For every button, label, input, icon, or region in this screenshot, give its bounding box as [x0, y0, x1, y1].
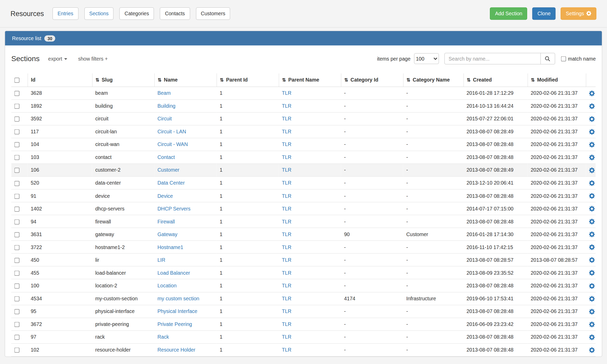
parent-name-link[interactable]: TLR — [282, 193, 292, 199]
parent-name-link[interactable]: TLR — [282, 308, 292, 314]
col-parent-id[interactable]: ⇅Parent Id — [217, 74, 279, 87]
section-name-link[interactable]: Gateway — [158, 231, 178, 237]
row-checkbox[interactable] — [15, 348, 20, 353]
row-gear-icon[interactable] — [589, 231, 595, 237]
export-dropdown[interactable]: export — [48, 56, 67, 62]
section-name-link[interactable]: Resource Holder — [158, 347, 195, 353]
row-checkbox[interactable] — [15, 322, 20, 327]
clone-button[interactable]: Clone — [532, 7, 556, 20]
select-all-checkbox[interactable] — [15, 78, 20, 83]
row-checkbox[interactable] — [15, 129, 20, 135]
row-checkbox[interactable] — [15, 206, 20, 212]
section-name-link[interactable]: Circuit - LAN — [158, 129, 186, 135]
col-parent-name[interactable]: ⇅Parent Name — [279, 74, 341, 87]
section-name-link[interactable]: Customer — [158, 167, 180, 173]
col-name[interactable]: ⇅Name — [154, 74, 217, 87]
section-name-link[interactable]: Circuit - WAN — [158, 141, 188, 147]
row-gear-icon[interactable] — [589, 193, 595, 199]
col-category-name[interactable]: ⇅Category Name — [403, 74, 464, 87]
parent-name-link[interactable]: TLR — [282, 219, 292, 224]
parent-name-link[interactable]: TLR — [282, 103, 292, 109]
section-name-link[interactable]: my custom section — [158, 296, 199, 302]
parent-name-link[interactable]: TLR — [282, 270, 292, 276]
settings-button[interactable]: Settings — [561, 7, 597, 20]
tab-customers[interactable]: Customers — [196, 7, 230, 20]
col-created[interactable]: ⇅Created — [463, 74, 528, 87]
show-filters-link[interactable]: show filters + — [78, 56, 108, 62]
row-checkbox[interactable] — [15, 219, 20, 224]
section-name-link[interactable]: Circuit — [158, 116, 172, 122]
row-checkbox[interactable] — [15, 194, 20, 199]
row-gear-icon[interactable] — [589, 283, 595, 289]
parent-name-link[interactable]: TLR — [282, 347, 292, 353]
section-name-link[interactable]: Beam — [158, 90, 171, 96]
row-gear-icon[interactable] — [589, 296, 595, 302]
row-checkbox[interactable] — [15, 309, 20, 314]
section-name-link[interactable]: DHCP Servers — [158, 206, 191, 212]
row-checkbox[interactable] — [15, 258, 20, 263]
parent-name-link[interactable]: TLR — [282, 244, 292, 250]
row-gear-icon[interactable] — [589, 206, 595, 212]
tab-contacts[interactable]: Contacts — [160, 7, 190, 20]
search-input[interactable] — [444, 53, 541, 64]
row-checkbox[interactable] — [15, 245, 20, 250]
parent-name-link[interactable]: TLR — [282, 180, 292, 186]
parent-name-link[interactable]: TLR — [282, 90, 292, 96]
parent-name-link[interactable]: TLR — [282, 257, 292, 263]
section-name-link[interactable]: Firewall — [158, 219, 175, 224]
row-checkbox[interactable] — [15, 117, 20, 122]
row-checkbox[interactable] — [15, 142, 20, 147]
parent-name-link[interactable]: TLR — [282, 283, 292, 289]
row-gear-icon[interactable] — [589, 309, 595, 315]
section-name-link[interactable]: Data Center — [158, 180, 185, 186]
row-gear-icon[interactable] — [589, 219, 595, 225]
col-category-id[interactable]: ⇅Category Id — [341, 74, 403, 87]
row-checkbox[interactable] — [15, 283, 20, 289]
parent-name-link[interactable]: TLR — [282, 141, 292, 147]
section-name-link[interactable]: Private Peering — [158, 321, 192, 327]
search-button[interactable] — [540, 53, 555, 64]
section-name-link[interactable]: Hostname1 — [158, 244, 183, 250]
parent-name-link[interactable]: TLR — [282, 206, 292, 212]
row-checkbox[interactable] — [15, 168, 20, 173]
parent-name-link[interactable]: TLR — [282, 167, 292, 173]
section-name-link[interactable]: LIR — [158, 257, 165, 263]
parent-name-link[interactable]: TLR — [282, 116, 292, 122]
col-modified[interactable]: ⇅Modified — [528, 74, 586, 87]
row-checkbox[interactable] — [15, 271, 20, 276]
row-gear-icon[interactable] — [589, 167, 595, 173]
section-name-link[interactable]: Contact — [158, 154, 175, 160]
row-checkbox[interactable] — [15, 155, 20, 160]
parent-name-link[interactable]: TLR — [282, 231, 292, 237]
parent-name-link[interactable]: TLR — [282, 321, 292, 327]
row-checkbox[interactable] — [15, 232, 20, 237]
tab-entries[interactable]: Entries — [53, 7, 79, 20]
match-name-checkbox[interactable] — [561, 56, 566, 61]
section-name-link[interactable]: Location — [158, 283, 177, 289]
col-slug[interactable]: ⇅Slug — [92, 74, 154, 87]
row-gear-icon[interactable] — [589, 270, 595, 276]
section-name-link[interactable]: Physical Interface — [158, 308, 197, 314]
row-gear-icon[interactable] — [589, 244, 595, 250]
row-gear-icon[interactable] — [589, 142, 595, 148]
parent-name-link[interactable]: TLR — [282, 129, 292, 135]
tab-sections[interactable]: Sections — [84, 7, 114, 20]
row-gear-icon[interactable] — [589, 90, 595, 96]
row-gear-icon[interactable] — [589, 347, 595, 353]
section-name-link[interactable]: Building — [158, 103, 175, 109]
items-per-page-select[interactable]: 100 — [414, 53, 439, 64]
add-section-button[interactable]: Add Section — [490, 7, 527, 20]
row-gear-icon[interactable] — [589, 103, 595, 109]
parent-name-link[interactable]: TLR — [282, 296, 292, 302]
section-name-link[interactable]: Load Balancer — [158, 270, 190, 276]
row-gear-icon[interactable] — [589, 129, 595, 135]
row-gear-icon[interactable] — [589, 334, 595, 340]
row-checkbox[interactable] — [15, 181, 20, 186]
tab-categories[interactable]: Categories — [119, 7, 154, 20]
row-checkbox[interactable] — [15, 296, 20, 302]
parent-name-link[interactable]: TLR — [282, 154, 292, 160]
parent-name-link[interactable]: TLR — [282, 334, 292, 340]
row-checkbox[interactable] — [15, 335, 20, 340]
row-gear-icon[interactable] — [589, 116, 595, 122]
row-checkbox[interactable] — [15, 104, 20, 109]
